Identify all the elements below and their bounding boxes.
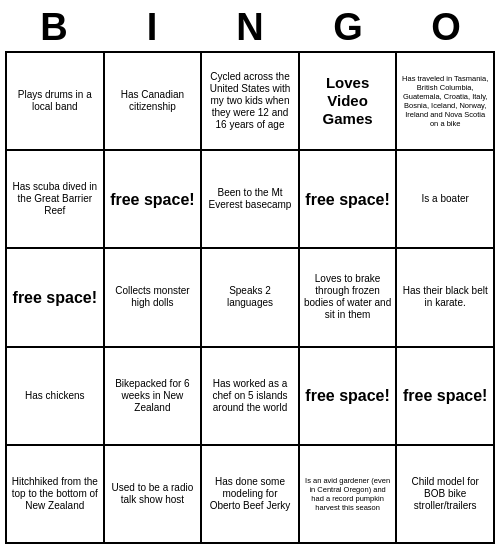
bingo-cell-14: Has their black belt in karate.: [396, 248, 494, 346]
bingo-header: BINGO: [5, 0, 495, 51]
bingo-cell-6: free space!: [104, 150, 202, 248]
bingo-cell-19: free space!: [396, 347, 494, 445]
bingo-letter-i: I: [108, 6, 196, 49]
bingo-cell-21: Used to be a radio talk show host: [104, 445, 202, 543]
bingo-cell-20: Hitchhiked from the top to the bottom of…: [6, 445, 104, 543]
bingo-letter-b: B: [10, 6, 98, 49]
bingo-letter-o: O: [402, 6, 490, 49]
bingo-cell-1: Has Canadian citizenship: [104, 52, 202, 150]
bingo-cell-3: Loves Video Games: [299, 52, 397, 150]
bingo-cell-7: Been to the Mt Everest basecamp: [201, 150, 299, 248]
bingo-cell-12: Speaks 2 languages: [201, 248, 299, 346]
bingo-cell-23: Is an avid gardener (even in Central Ore…: [299, 445, 397, 543]
bingo-cell-9: Is a boater: [396, 150, 494, 248]
bingo-cell-13: Loves to brake through frozen bodies of …: [299, 248, 397, 346]
bingo-cell-17: Has worked as a chef on 5 islands around…: [201, 347, 299, 445]
bingo-cell-16: Bikepacked for 6 weeks in New Zealand: [104, 347, 202, 445]
bingo-cell-22: Has done some modeling for Oberto Beef J…: [201, 445, 299, 543]
bingo-cell-2: Cycled across the United States with my …: [201, 52, 299, 150]
bingo-cell-5: Has scuba dived in the Great Barrier Ree…: [6, 150, 104, 248]
bingo-cell-11: Collects monster high dolls: [104, 248, 202, 346]
bingo-cell-24: Child model for BOB bike stroller/traile…: [396, 445, 494, 543]
bingo-cell-10: free space!: [6, 248, 104, 346]
bingo-grid: Plays drums in a local bandHas Canadian …: [5, 51, 495, 544]
bingo-cell-0: Plays drums in a local band: [6, 52, 104, 150]
bingo-letter-n: N: [206, 6, 294, 49]
bingo-cell-8: free space!: [299, 150, 397, 248]
bingo-letter-g: G: [304, 6, 392, 49]
bingo-cell-15: Has chickens: [6, 347, 104, 445]
bingo-cell-18: free space!: [299, 347, 397, 445]
bingo-cell-4: Has traveled in Tasmania, British Columb…: [396, 52, 494, 150]
